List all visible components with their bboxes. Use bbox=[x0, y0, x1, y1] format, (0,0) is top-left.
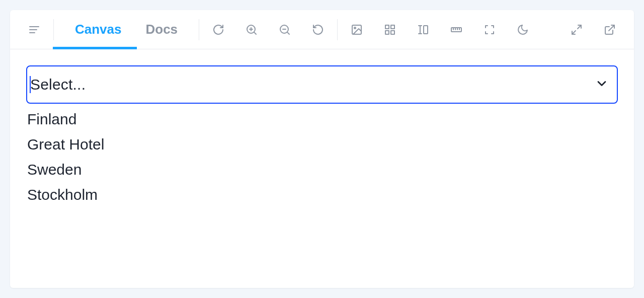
tab-label: Canvas bbox=[75, 22, 122, 37]
tab-label: Docs bbox=[146, 22, 178, 37]
toolbar-divider bbox=[199, 19, 199, 40]
fullscreen-button[interactable] bbox=[567, 20, 587, 40]
tabs: Canvas Docs bbox=[63, 10, 190, 49]
image-tool-button[interactable] bbox=[347, 20, 367, 40]
zoom-out-icon bbox=[279, 24, 291, 36]
svg-rect-16 bbox=[424, 26, 428, 34]
svg-line-26 bbox=[572, 31, 576, 34]
menu-icon bbox=[28, 24, 40, 36]
refresh-icon bbox=[212, 24, 224, 36]
svg-line-8 bbox=[287, 32, 289, 34]
svg-line-4 bbox=[254, 32, 256, 34]
svg-rect-14 bbox=[385, 31, 389, 34]
maximize-icon bbox=[571, 24, 583, 36]
selection-tool-button[interactable] bbox=[479, 20, 500, 40]
svg-line-25 bbox=[578, 25, 581, 29]
svg-rect-12 bbox=[385, 25, 389, 29]
selection-icon bbox=[484, 24, 496, 36]
ruler-icon bbox=[450, 24, 462, 36]
zoom-out-button[interactable] bbox=[275, 20, 295, 40]
image-icon bbox=[351, 24, 363, 36]
grid-icon bbox=[384, 24, 396, 36]
dark-mode-button[interactable] bbox=[513, 20, 533, 40]
ruler-tool-button[interactable] bbox=[446, 20, 466, 40]
refresh-button[interactable] bbox=[208, 20, 228, 40]
select-toggle[interactable] bbox=[595, 77, 609, 93]
layout-tool-button[interactable] bbox=[413, 20, 433, 40]
view-tools bbox=[347, 20, 533, 40]
select-option[interactable]: Finland bbox=[26, 107, 618, 132]
zoom-reset-button[interactable] bbox=[308, 20, 328, 40]
window-controls bbox=[567, 20, 620, 40]
zoom-in-button[interactable] bbox=[242, 20, 262, 40]
menu-toggle-button[interactable] bbox=[24, 20, 44, 40]
external-link-icon bbox=[604, 24, 616, 36]
select-option[interactable]: Stockholm bbox=[26, 182, 618, 207]
chevron-down-icon bbox=[595, 77, 609, 91]
select-option[interactable]: Sweden bbox=[26, 157, 618, 182]
toolbar-divider bbox=[337, 19, 338, 40]
toolbar: Canvas Docs bbox=[10, 10, 634, 49]
rotate-ccw-icon bbox=[312, 24, 324, 36]
tab-canvas[interactable]: Canvas bbox=[63, 10, 134, 49]
main-panel: Canvas Docs bbox=[10, 10, 634, 288]
select-placeholder: Select... bbox=[30, 76, 86, 93]
moon-icon bbox=[517, 24, 529, 36]
layout-icon bbox=[417, 24, 429, 36]
toolbar-divider bbox=[53, 19, 54, 40]
svg-rect-13 bbox=[391, 25, 394, 29]
zoom-in-icon bbox=[246, 24, 258, 36]
select-option[interactable]: Great Hotel bbox=[26, 132, 618, 157]
svg-point-11 bbox=[354, 27, 356, 29]
zoom-controls bbox=[208, 20, 328, 40]
select-input[interactable]: Select... bbox=[26, 65, 618, 104]
canvas-area: Select... Finland Great Hotel Sweden Sto… bbox=[10, 49, 634, 288]
grid-tool-button[interactable] bbox=[380, 20, 400, 40]
select-options-list: Finland Great Hotel Sweden Stockholm bbox=[26, 107, 618, 207]
svg-rect-15 bbox=[391, 31, 394, 34]
tab-docs[interactable]: Docs bbox=[134, 10, 190, 49]
external-link-button[interactable] bbox=[600, 20, 620, 40]
svg-line-27 bbox=[609, 25, 614, 31]
